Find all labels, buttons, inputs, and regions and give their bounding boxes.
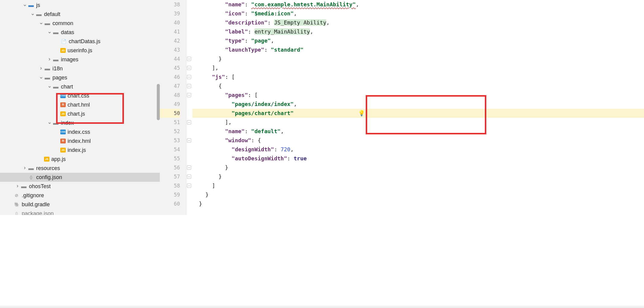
tree-label: index.js xyxy=(68,147,86,153)
folder-icon: ▬ xyxy=(28,2,34,8)
json-file-icon: {} xyxy=(28,175,34,180)
tree-label: chart.js xyxy=(68,111,85,117)
tree-file-gitignore[interactable]: ⊘ .gitignore xyxy=(0,191,160,200)
code-content[interactable]: "name": "com.example.hmtest.MainAbility"… xyxy=(192,0,644,215)
chevron-down-icon[interactable] xyxy=(22,2,28,8)
tree-folder-images[interactable]: ▬ images xyxy=(0,55,160,64)
fold-marker[interactable]: – xyxy=(187,93,191,97)
tree-label: build.gradle xyxy=(22,201,50,208)
tree-label: ohosTest xyxy=(29,183,51,190)
tree-folder-datas[interactable]: ▬ datas xyxy=(0,28,160,37)
chevron-right-icon[interactable] xyxy=(38,66,44,72)
tree-label: images xyxy=(61,56,78,63)
tree-label: index xyxy=(61,120,74,126)
chevron-right-icon[interactable] xyxy=(14,183,21,190)
line-number: 60 xyxy=(160,199,180,208)
folder-icon: ▬ xyxy=(36,11,42,17)
tree-label: common xyxy=(52,20,73,27)
fold-marker[interactable]: – xyxy=(187,66,191,70)
tree-label: datas xyxy=(61,29,74,36)
fold-marker[interactable]: – xyxy=(187,84,191,88)
tree-folder-pages[interactable]: ▬ pages xyxy=(0,73,160,82)
code-line: } xyxy=(192,172,644,181)
scrollbar-thumb[interactable] xyxy=(157,84,160,120)
tree-label: .gitignore xyxy=(22,192,44,199)
tree-file-config-json[interactable]: {} config.json xyxy=(0,173,160,182)
tree-folder-resources[interactable]: ▬ resources xyxy=(0,164,160,173)
tree-file-chartdatas[interactable]: 📄 chartDatas.js xyxy=(0,37,160,46)
tree-file-build-gradle[interactable]: 🐘 build.gradle xyxy=(0,200,160,209)
code-line: "icon": "$media:icon", xyxy=(192,9,644,18)
tree-label: i18n xyxy=(52,66,63,72)
chevron-down-icon[interactable] xyxy=(38,74,44,81)
lightbulb-icon[interactable]: 💡 xyxy=(358,110,365,116)
gitignore-icon: ⊘ xyxy=(13,193,20,198)
tree-label: config.json xyxy=(36,174,62,181)
file-tree: ▬ js ▬ default ▬ common ▬ datas 📄 chartD… xyxy=(0,0,160,215)
tree-label: package.json xyxy=(22,210,54,215)
tree-label: index.css xyxy=(68,129,90,135)
tree-folder-ohostest[interactable]: ▬ ohosTest xyxy=(0,182,160,191)
fold-marker[interactable]: – xyxy=(187,120,191,124)
folder-icon: ▬ xyxy=(21,184,27,189)
tree-folder-chart[interactable]: ▬ chart xyxy=(0,82,160,91)
tree-file-userinfo[interactable]: JS userinfo.js xyxy=(0,46,160,55)
line-number: 40 xyxy=(160,18,180,27)
fold-marker[interactable]: – xyxy=(187,57,191,61)
tree-label: resources xyxy=(36,165,60,172)
fold-marker[interactable]: – xyxy=(187,138,191,143)
code-line: ], xyxy=(192,63,644,72)
line-number: 56 xyxy=(160,163,180,172)
tree-file-chart-hml[interactable]: H chart.hml xyxy=(0,100,160,109)
tree-file-package-json[interactable]: {} package.json xyxy=(0,209,160,215)
line-number: 48 xyxy=(160,91,180,100)
tree-file-index-hml[interactable]: H index.hml xyxy=(0,136,160,146)
chevron-down-icon[interactable] xyxy=(46,29,52,36)
tree-label: app.js xyxy=(51,156,66,162)
chevron-right-icon[interactable] xyxy=(22,165,28,172)
fold-marker[interactable]: – xyxy=(187,165,191,170)
code-line: } xyxy=(192,54,644,63)
tree-folder-common[interactable]: ▬ common xyxy=(0,19,160,28)
tree-file-index-css[interactable]: CSS index.css xyxy=(0,127,160,136)
code-line: "pages/chart/chart" xyxy=(192,109,644,118)
hml-file-icon: H xyxy=(60,139,66,143)
line-number: 51 xyxy=(160,118,180,127)
folder-icon: ▬ xyxy=(52,57,59,62)
chevron-down-icon[interactable] xyxy=(46,120,52,126)
fold-marker[interactable]: – xyxy=(187,184,191,188)
code-line: "type": "page", xyxy=(192,36,644,45)
folder-icon: ▬ xyxy=(52,120,59,126)
tree-folder-js[interactable]: ▬ js xyxy=(0,1,160,10)
line-number: 57 xyxy=(160,172,180,181)
code-line: "name": "default", xyxy=(192,127,644,136)
tree-folder-default[interactable]: ▬ default xyxy=(0,10,160,19)
chevron-down-icon[interactable] xyxy=(46,83,52,90)
tree-file-index-js[interactable]: JS index.js xyxy=(0,146,160,155)
code-line: "window": { xyxy=(192,136,644,145)
code-line: "pages": [ xyxy=(192,91,644,100)
code-line: } xyxy=(192,199,644,208)
line-number: 42 xyxy=(160,36,180,45)
tree-file-chart-css[interactable]: CSS chart.css xyxy=(0,91,160,100)
code-line: "autoDesignWidth": true xyxy=(192,154,644,163)
tree-file-chart-js[interactable]: JS chart.js xyxy=(0,109,160,118)
chevron-down-icon[interactable] xyxy=(30,11,36,18)
tree-folder-i18n[interactable]: ▬ i18n xyxy=(0,64,160,73)
code-line: "name": "com.example.hmtest.MainAbility"… xyxy=(192,0,644,9)
chevron-down-icon[interactable] xyxy=(38,20,44,27)
tree-file-app-js[interactable]: JS app.js xyxy=(0,155,160,164)
js-file-icon: JS xyxy=(60,111,66,116)
code-line: { xyxy=(192,82,644,91)
tree-label: chart.hml xyxy=(68,102,90,108)
json-file-icon: {} xyxy=(13,211,20,215)
fold-marker[interactable]: – xyxy=(187,175,191,179)
line-number: 53 xyxy=(160,136,180,145)
code-editor[interactable]: 38 39 40 41 42 43 44 45 46 47 48 49 50 5… xyxy=(160,0,644,215)
chevron-right-icon[interactable] xyxy=(46,56,52,63)
code-line: "js": [ xyxy=(192,72,644,82)
css-file-icon: CSS xyxy=(60,130,66,134)
line-number: 38 xyxy=(160,0,180,9)
fold-marker[interactable]: – xyxy=(187,75,191,79)
tree-folder-index[interactable]: ▬ index xyxy=(0,118,160,127)
